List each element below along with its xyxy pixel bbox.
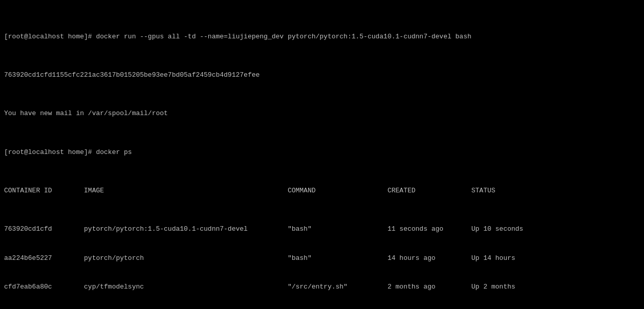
line-4: [root@localhost home]# docker ps bbox=[4, 148, 640, 158]
table-row: cfd7eab6a80c cyp/tfmodelsync "/src/entry… bbox=[4, 282, 640, 292]
terminal: [root@localhost home]# docker run --gpus… bbox=[0, 0, 644, 309]
line-2: 763920cd1cfd1155cfc221ac3617b015205be93e… bbox=[4, 71, 640, 80]
table-row: 763920cd1cfd pytorch/pytorch:1.5-cuda10.… bbox=[4, 225, 640, 234]
table-row: aa224b6e5227 pytorch/pytorch "bash" 14 h… bbox=[4, 254, 640, 263]
line-1: [root@localhost home]# docker run --gpus… bbox=[4, 32, 640, 42]
line-3: You have new mail in /var/spool/mail/roo… bbox=[4, 109, 640, 119]
table-header: CONTAINER ID IMAGE COMMAND CREATED STATU… bbox=[4, 186, 640, 196]
